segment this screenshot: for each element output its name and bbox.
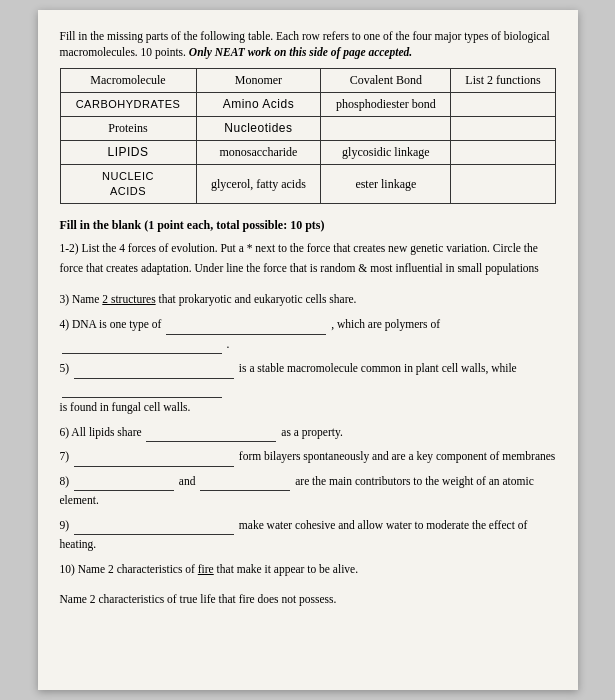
- macromolecule-cell: NUCLEIC ACIDS: [60, 165, 196, 204]
- monomer-cell: Nucleotides: [196, 117, 321, 141]
- question-4: 4) DNA is one type of , which are polyme…: [60, 315, 556, 354]
- question-10: 10) Name 2 characteristics of fire that …: [60, 560, 556, 580]
- instructions: Fill in the missing parts of the followi…: [60, 28, 556, 60]
- bond-value: phosphodiester bond: [336, 97, 436, 111]
- question-6: 6) All lipids share as a property.: [60, 423, 556, 443]
- question-9: 9) make water cohesive and allow water t…: [60, 516, 556, 555]
- q9-blank: [74, 521, 234, 535]
- macromolecule-value: Proteins: [108, 121, 147, 135]
- table-row: Proteins Nucleotides: [60, 117, 555, 141]
- question-3: 3) Name 2 structures that prokaryotic an…: [60, 290, 556, 310]
- monomer-cell: monosaccharide: [196, 141, 321, 165]
- question-8: 8) and are the main contributors to the …: [60, 472, 556, 511]
- col-covalent-bond: Covalent Bond: [321, 69, 451, 93]
- bond-cell: ester linkage: [321, 165, 451, 204]
- table-header-row: Macromolecule Monomer Covalent Bond List…: [60, 69, 555, 93]
- col-monomer: Monomer: [196, 69, 321, 93]
- q4-blank2: [62, 340, 222, 354]
- bond-cell: glycosidic linkage: [321, 141, 451, 165]
- monomer-value: Amino Acids: [223, 97, 295, 111]
- monomer-value: monosaccharide: [219, 145, 297, 159]
- table-row: CARBOHYDRATES Amino Acids phosphodiester…: [60, 93, 555, 117]
- section-title: Fill in the blank (1 point each, total p…: [60, 216, 556, 235]
- macromolecule-value: LIPIDS: [108, 145, 149, 159]
- q8-blank2: [200, 477, 290, 491]
- monomer-cell: Amino Acids: [196, 93, 321, 117]
- functions-cell: [451, 93, 555, 117]
- q4-blank1: [166, 321, 326, 335]
- functions-cell: [451, 141, 555, 165]
- bond-value: ester linkage: [355, 177, 416, 191]
- macromolecule-value: NUCLEIC ACIDS: [102, 170, 154, 197]
- macromolecule-cell: Proteins: [60, 117, 196, 141]
- q8-blank1: [74, 477, 174, 491]
- question-5: 5) is a stable macromolecule common in p…: [60, 359, 556, 418]
- page: Fill in the missing parts of the followi…: [38, 10, 578, 690]
- monomer-value: glycerol, fatty acids: [211, 177, 306, 191]
- question-name: Name 2 characteristics of true life that…: [60, 590, 556, 610]
- instructions-italic: Only NEAT work on this side of page acce…: [189, 46, 412, 58]
- q10-underline: fire: [198, 563, 214, 575]
- table-row: NUCLEIC ACIDS glycerol, fatty acids este…: [60, 165, 555, 204]
- macromolecule-cell: LIPIDS: [60, 141, 196, 165]
- bond-value: glycosidic linkage: [342, 145, 430, 159]
- macromolecule-value: CARBOHYDRATES: [76, 98, 181, 110]
- macromolecule-cell: CARBOHYDRATES: [60, 93, 196, 117]
- macromolecule-table: Macromolecule Monomer Covalent Bond List…: [60, 68, 556, 204]
- question-7: 7) form bilayers spontaneously and are a…: [60, 447, 556, 467]
- q7-blank: [74, 453, 234, 467]
- functions-cell: [451, 117, 555, 141]
- q6-blank: [146, 428, 276, 442]
- functions-cell: [451, 165, 555, 204]
- bond-cell: [321, 117, 451, 141]
- q5-blank2: [62, 384, 222, 398]
- fill-in-section: Fill in the blank (1 point each, total p…: [60, 216, 556, 609]
- monomer-cell: glycerol, fatty acids: [196, 165, 321, 204]
- bond-cell: phosphodiester bond: [321, 93, 451, 117]
- monomer-value: Nucleotides: [224, 121, 292, 135]
- q5-blank1: [74, 365, 234, 379]
- q3-underline: 2 structures: [102, 293, 155, 305]
- col-macromolecule: Macromolecule: [60, 69, 196, 93]
- table-row: LIPIDS monosaccharide glycosidic linkage: [60, 141, 555, 165]
- question-1-2: 1-2) List the 4 forces of evolution. Put…: [60, 239, 556, 278]
- col-functions: List 2 functions: [451, 69, 555, 93]
